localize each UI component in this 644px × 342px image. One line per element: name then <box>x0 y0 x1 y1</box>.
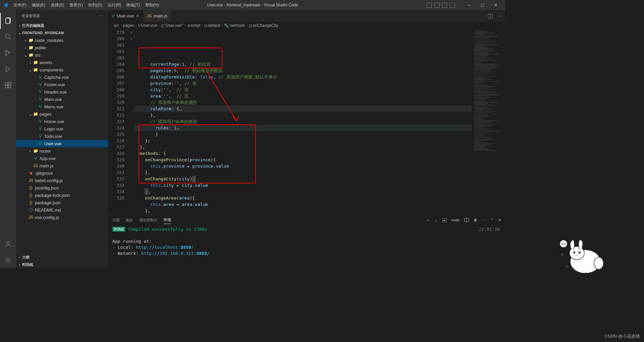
file-item[interactable]: {}jsconfig.json <box>16 184 108 191</box>
accounts-icon[interactable] <box>0 236 16 252</box>
file-item[interactable]: VHeader.vue <box>16 88 108 96</box>
folder-icon: 📁 <box>28 45 34 50</box>
settings-gear-icon[interactable] <box>0 252 16 268</box>
run-debug-icon[interactable] <box>0 61 16 77</box>
menu-item[interactable]: 选择(S) <box>48 1 67 9</box>
folder-item[interactable]: ›📁node_modules <box>16 37 108 44</box>
timeline-section[interactable]: ›时间线 <box>16 261 108 268</box>
file-item[interactable]: JSvue.config.js <box>16 214 108 221</box>
editor-tabs: VUser.vue✕JSmain.js ⋯ <box>108 10 505 22</box>
file-item[interactable]: VMain.vue <box>16 96 108 103</box>
breadcrumb-item[interactable]: ⊘script <box>187 23 201 28</box>
outline-section[interactable]: ›大纲 <box>16 253 108 261</box>
code-editor[interactable]: 2792802812822832842852862972982993203213… <box>108 29 505 215</box>
maximize-button[interactable]: ▢ <box>476 0 489 10</box>
menu-item[interactable]: 转到(G) <box>86 1 105 9</box>
svg-rect-6 <box>8 86 11 88</box>
svg-point-3 <box>9 52 10 54</box>
panel-tabs: 问题输出调试控制台终端 ＋ ⌄ ▸ node 🗑 ⋯ ⌃ ✕ <box>108 215 505 225</box>
terminal-body[interactable]: 22:01:36 DONE Compiled successfully in 2… <box>108 225 505 268</box>
menu-item[interactable]: 终端(T) <box>124 1 142 9</box>
panel-right-icon[interactable] <box>442 3 447 8</box>
bottom-panel: 问题输出调试控制台终端 ＋ ⌄ ▸ node 🗑 ⋯ ⌃ ✕ 22:01:36 … <box>108 215 505 268</box>
close-button[interactable]: ✕ <box>489 0 502 10</box>
file-item[interactable]: ⓘREADME.md <box>16 206 108 214</box>
file-item[interactable]: VApp.vue <box>16 155 108 162</box>
file-item[interactable]: VFooter.vue <box>16 81 108 88</box>
file-item[interactable]: {}package.json <box>16 199 108 206</box>
vue-icon: V <box>38 133 43 139</box>
file-item[interactable]: VLogin.vue <box>16 125 108 132</box>
panel-tab[interactable]: 问题 <box>112 216 120 224</box>
panel-tab[interactable]: 调试控制台 <box>139 216 158 224</box>
split-editor-icon[interactable] <box>488 13 493 19</box>
more-actions-icon[interactable]: ⋯ <box>498 14 502 18</box>
file-item[interactable]: VMenu.vue <box>16 103 108 110</box>
file-item[interactable]: VUser.vue <box>16 140 108 147</box>
sidebar-more-icon[interactable]: ⋯ <box>99 14 103 18</box>
fold-gutter[interactable]: >> <box>128 29 135 215</box>
extensions-icon[interactable] <box>0 77 16 93</box>
editor-tab[interactable]: VUser.vue✕ <box>108 10 143 22</box>
close-tab-icon[interactable]: ✕ <box>136 13 140 18</box>
network-url[interactable]: http://192.168.0.111:8888/ <box>141 251 210 256</box>
project-section[interactable]: ⌄FRONTEND_MYDREAM <box>16 29 108 37</box>
new-terminal-icon[interactable]: ＋ <box>426 218 430 223</box>
file-tree: ›📁node_modules›📁public⌄📁src›📁assets⌄📁com… <box>16 37 108 253</box>
file-item[interactable]: JSmain.js <box>16 162 108 169</box>
maximize-panel-icon[interactable]: ⌃ <box>490 218 493 222</box>
folder-item[interactable]: ›📁assets <box>16 59 108 66</box>
breadcrumb-item[interactable]: pages <box>123 23 134 28</box>
js-icon: JS <box>28 215 34 220</box>
json-icon: {} <box>28 200 34 205</box>
panel-left-icon[interactable] <box>427 3 432 8</box>
menu-item[interactable]: 帮助(H) <box>143 1 162 9</box>
panel-more-icon[interactable]: ⋯ <box>482 218 486 222</box>
file-item[interactable]: {}package-lock.json <box>16 191 108 199</box>
folder-item[interactable]: ⌄📁src <box>16 51 108 59</box>
minimap[interactable] <box>472 29 505 215</box>
open-editors-section[interactable]: ›打开的编辑器 <box>16 22 108 29</box>
kill-terminal-icon[interactable]: 🗑 <box>474 218 477 222</box>
split-terminal-icon[interactable] <box>464 218 469 222</box>
menu-item[interactable]: 文件(F) <box>11 1 29 9</box>
folder-item[interactable]: ›📁public <box>16 44 108 51</box>
breadcrumb[interactable]: src›pages›VUser.vue›{}"User.vue"›⊘script… <box>108 22 505 29</box>
file-item[interactable]: JSbabel.config.js <box>16 177 108 184</box>
customize-layout-icon[interactable] <box>450 3 455 8</box>
folder-icon: 📁 <box>33 67 38 72</box>
menu-item[interactable]: 运行(R) <box>105 1 124 9</box>
breadcrumb-item[interactable]: ⊡onChangeCity <box>249 23 278 28</box>
terminal-task-label[interactable]: node <box>451 218 460 222</box>
folder-item[interactable]: ›📁router <box>16 147 108 155</box>
breadcrumb-item[interactable]: {}"User.vue" <box>161 23 183 28</box>
vue-icon: V <box>38 74 43 80</box>
file-item[interactable]: VHome.vue <box>16 118 108 125</box>
code-content[interactable]: currentPage:1, // 初始页 pagesize:5, // 初始每… <box>135 29 472 215</box>
terminal-dropdown-icon[interactable]: ⌄ <box>435 218 438 222</box>
breadcrumb-item[interactable]: VUser.vue <box>138 23 157 28</box>
search-icon[interactable] <box>0 29 16 45</box>
layout-controls[interactable] <box>427 3 455 8</box>
editor-tab[interactable]: JSmain.js <box>143 10 171 22</box>
breadcrumb-item[interactable]: 🔧methods <box>224 23 245 28</box>
panel-tab[interactable]: 终端 <box>164 216 171 224</box>
explorer-icon[interactable] <box>0 13 16 29</box>
panel-tab[interactable]: 输出 <box>126 216 133 224</box>
menu-item[interactable]: 查看(V) <box>67 1 86 9</box>
breadcrumb-item[interactable]: ⊡default <box>204 23 220 28</box>
breadcrumb-item[interactable]: src <box>114 23 119 28</box>
file-item[interactable]: VCaptcha.vue <box>16 73 108 81</box>
folder-item[interactable]: ⌄📁pages <box>16 110 108 118</box>
panel-bottom-icon[interactable] <box>434 3 439 8</box>
local-url[interactable]: http://localhost:8888/ <box>136 245 194 250</box>
close-panel-icon[interactable]: ✕ <box>498 218 501 222</box>
source-control-icon[interactable] <box>0 45 16 61</box>
file-item[interactable]: ◆.gitignore <box>16 169 108 177</box>
menu-bar: 文件(F)编辑(E)选择(S)查看(V)转到(G)运行(R)终端(T)帮助(H) <box>11 1 161 9</box>
minimize-button[interactable]: ─ <box>462 0 476 10</box>
file-item[interactable]: VTodo.vue <box>16 132 108 140</box>
menu-item[interactable]: 编辑(E) <box>29 1 48 9</box>
terminal-task-icon[interactable]: ▸ <box>442 218 447 222</box>
folder-item[interactable]: ⌄📁components <box>16 66 108 73</box>
